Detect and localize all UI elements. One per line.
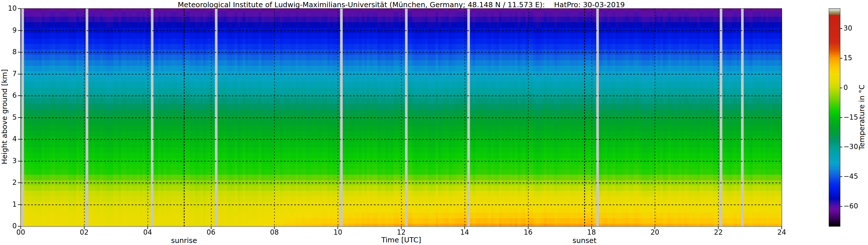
y-tick-label: 3: [2, 157, 17, 165]
y-tick-mark: [18, 30, 21, 31]
colorbar-tick-mark: [840, 147, 842, 147]
y-tick-mark: [18, 161, 21, 162]
figure: Meteorological Institute of Ludwig-Maxim…: [0, 0, 868, 245]
y-tick-label: 9: [2, 26, 17, 34]
y-tick-mark: [18, 182, 21, 183]
x-tick-label: 18: [580, 228, 603, 236]
colorbar-tick-label: 30: [843, 24, 852, 32]
sun-annotation-sunset: sunset: [561, 236, 608, 245]
x-tick-label: 24: [770, 228, 793, 236]
colorbar-tick-label: −60: [843, 202, 858, 210]
colorbar-tick-mark: [840, 206, 842, 207]
y-tick-mark: [18, 117, 21, 118]
x-axis-label: Time [UTC]: [21, 236, 782, 244]
y-tick-label: 1: [2, 200, 17, 208]
y-tick-label: 4: [2, 135, 17, 143]
colorbar-tick-mark: [840, 176, 842, 177]
colorbar-canvas: [829, 9, 840, 226]
y-tick-mark: [18, 226, 21, 226]
x-tick-label: 08: [263, 228, 286, 236]
y-tick-label: 5: [2, 113, 17, 121]
y-tick-mark: [18, 139, 21, 140]
colorbar-tick-label: −15: [843, 113, 858, 121]
x-tick-label: 20: [643, 228, 666, 236]
x-tick-label: 06: [199, 228, 223, 236]
y-tick-label: 6: [2, 92, 17, 99]
x-tick-label: 14: [453, 228, 476, 236]
y-tick-mark: [18, 8, 21, 9]
x-tick-label: 02: [73, 228, 96, 236]
colorbar-tick-mark: [840, 28, 842, 29]
colorbar-tick-mark: [840, 117, 842, 118]
sun-annotation-sunrise: sunrise: [161, 236, 207, 245]
y-tick-label: 2: [2, 178, 17, 186]
y-tick-mark: [18, 204, 21, 205]
x-tick-label: 10: [326, 228, 349, 236]
colorbar-label: Temperature in °C: [858, 84, 866, 150]
heatmap-canvas: [21, 9, 782, 226]
y-tick-label: 10: [2, 4, 17, 12]
y-tick-mark: [18, 95, 21, 96]
x-tick-label: 16: [517, 228, 540, 236]
colorbar-tick-label: −45: [843, 172, 858, 180]
chart-title: Meteorological Institute of Ludwig-Maxim…: [21, 1, 782, 9]
colorbar-tick-mark: [840, 88, 842, 88]
y-tick-label: 0: [2, 222, 17, 230]
y-tick-label: 7: [2, 70, 17, 78]
colorbar-tick-label: −30: [843, 143, 858, 151]
y-tick-label: 8: [2, 48, 17, 56]
y-tick-mark: [18, 52, 21, 53]
x-tick-label: 22: [707, 228, 730, 236]
colorbar-tick-mark: [840, 58, 842, 59]
x-tick-label: 04: [136, 228, 159, 236]
x-tick-label: 12: [390, 228, 413, 236]
colorbar-tick-label: 15: [843, 54, 852, 62]
colorbar-tick-label: 0: [843, 83, 848, 92]
y-tick-mark: [18, 74, 21, 74]
